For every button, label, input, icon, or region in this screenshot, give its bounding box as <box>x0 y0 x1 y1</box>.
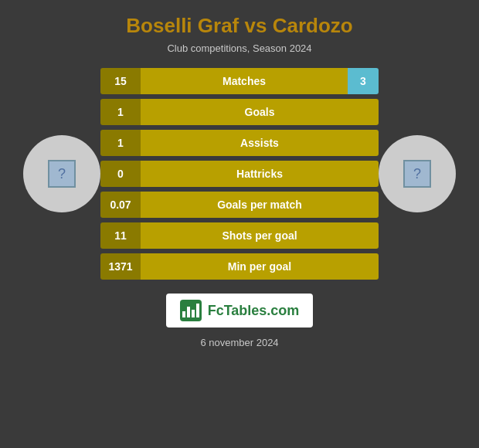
stat-label-0: Matches <box>141 68 348 94</box>
footer-date: 6 november 2024 <box>200 337 278 348</box>
chart-bar-2 <box>187 307 190 317</box>
avatar-left: ? <box>23 135 100 212</box>
stat-label-3: Hattricks <box>141 161 379 187</box>
avatar-right-placeholder: ? <box>403 160 431 188</box>
stat-left-val-1: 1 <box>100 99 141 125</box>
stat-label-4: Goals per match <box>141 192 379 218</box>
stat-row-4: 0.07Goals per match <box>100 192 379 218</box>
stat-row-5: 11Shots per goal <box>100 222 379 249</box>
stat-row-1: 1Goals <box>100 99 379 125</box>
logo-text: FcTables.com <box>208 303 300 319</box>
page-subtitle: Club competitions, Season 2024 <box>167 42 311 54</box>
main-section: ? 15Matches31Goals1Assists0Hattricks0.07… <box>8 68 471 280</box>
stat-left-val-4: 0.07 <box>100 192 141 218</box>
avatar-right: ? <box>379 135 456 212</box>
page-title: Boselli Graf vs Cardozo <box>126 14 352 38</box>
stat-row-6: 1371Min per goal <box>100 253 379 280</box>
stat-left-val-3: 0 <box>100 161 141 187</box>
logo-chart <box>182 304 199 317</box>
stat-label-6: Min per goal <box>141 253 379 280</box>
chart-bar-3 <box>192 310 195 317</box>
question-icon-right: ? <box>413 166 421 182</box>
stat-left-val-6: 1371 <box>100 253 141 280</box>
stat-left-val-2: 1 <box>100 130 141 156</box>
card: Boselli Graf vs Cardozo Club competition… <box>0 0 479 448</box>
logo-text-tables: Tables.com <box>224 303 300 318</box>
chart-bar-4 <box>196 304 199 317</box>
logo-box: FcTables.com <box>166 294 314 328</box>
stat-label-2: Assists <box>141 130 379 156</box>
stat-left-val-5: 11 <box>100 222 141 249</box>
avatar-left-placeholder: ? <box>48 160 76 188</box>
stat-row-0: 15Matches3 <box>100 68 379 94</box>
stats-container: 15Matches31Goals1Assists0Hattricks0.07Go… <box>100 68 379 280</box>
chart-bar-1 <box>182 311 185 317</box>
question-icon-left: ? <box>58 166 66 182</box>
logo-icon <box>180 300 202 321</box>
stat-left-val-0: 15 <box>100 68 141 94</box>
stat-label-5: Shots per goal <box>141 222 379 249</box>
stat-label-1: Goals <box>141 99 379 125</box>
logo-text-fc: Fc <box>208 303 224 318</box>
stat-right-val-0: 3 <box>348 68 379 94</box>
stat-row-3: 0Hattricks <box>100 161 379 187</box>
stat-row-2: 1Assists <box>100 130 379 156</box>
